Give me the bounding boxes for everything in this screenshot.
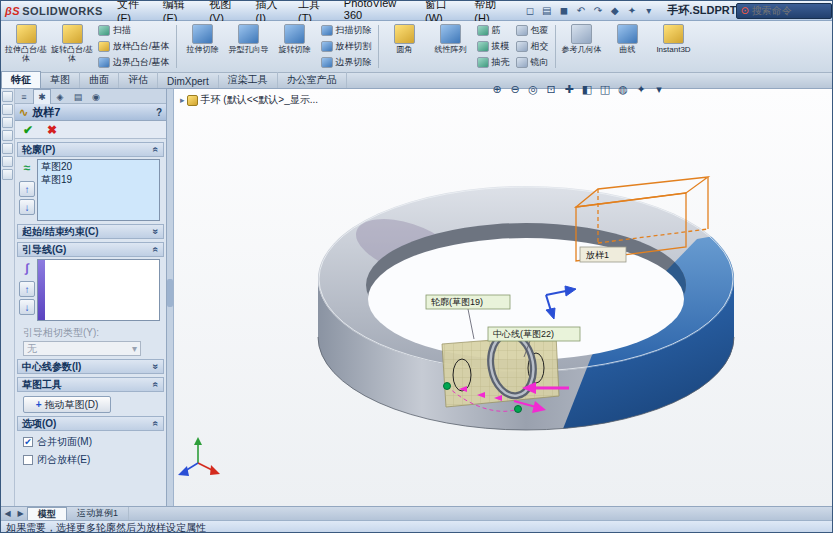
- profile-list-item[interactable]: 草图20: [38, 160, 159, 173]
- tab-render-tools[interactable]: 渲染工具: [219, 72, 278, 88]
- hide-show-items-icon[interactable]: ◫: [596, 81, 614, 97]
- view-settings-dropdown-icon[interactable]: ▾: [650, 81, 668, 97]
- endpoint-marker[interactable]: [444, 383, 451, 390]
- configurationmanager-tab-icon[interactable]: ◈: [51, 89, 69, 104]
- section-header-centerline[interactable]: 中心线参数(I) »: [17, 359, 164, 374]
- splitter-handle[interactable]: [167, 279, 173, 307]
- collapse-chevron-icon[interactable]: «: [151, 147, 162, 153]
- motion-study-tab[interactable]: 运动算例1: [67, 507, 129, 520]
- displaymanager-tab-icon[interactable]: ◉: [87, 89, 105, 104]
- scroll-tabs-left-icon[interactable]: ◀: [1, 509, 14, 518]
- merge-tangent-faces-checkbox[interactable]: ✔: [23, 437, 33, 447]
- flyout-tree-label[interactable]: 手环 (默认<<默认>_显示...: [201, 93, 319, 107]
- left-toolbar-icon-1[interactable]: [2, 91, 13, 102]
- section-view-icon[interactable]: ⊡: [542, 81, 560, 97]
- move-profile-up-button[interactable]: ↑: [19, 181, 35, 197]
- swept-cut-button[interactable]: 扫描切除: [318, 23, 375, 39]
- dimxpertmanager-tab-icon[interactable]: ▤: [69, 89, 87, 104]
- view-orientation-icon[interactable]: ✚: [560, 81, 578, 97]
- section-header-options[interactable]: 选项(O) «: [17, 416, 164, 431]
- help-icon[interactable]: ?: [156, 107, 162, 118]
- zoom-area-icon[interactable]: ⊖: [506, 81, 524, 97]
- tab-dimxpert[interactable]: DimXpert: [158, 75, 219, 88]
- section-header-profiles[interactable]: 轮廓(P) «: [17, 142, 164, 157]
- featuremanager-tab-icon[interactable]: ≡: [15, 89, 33, 104]
- collapse-chevron-icon[interactable]: «: [151, 382, 162, 388]
- edit-appearance-icon[interactable]: ◍: [614, 81, 632, 97]
- open-icon[interactable]: ▤: [538, 3, 555, 18]
- intersect-button[interactable]: 相交: [513, 39, 552, 55]
- model-tab[interactable]: 模型: [27, 507, 67, 520]
- tab-evaluate[interactable]: 评估: [119, 72, 158, 88]
- flyout-expand-icon[interactable]: ▸: [180, 95, 185, 105]
- endpoint-marker[interactable]: [515, 406, 522, 413]
- toolbar-dropdown-icon[interactable]: ▾: [640, 3, 657, 18]
- section-header-sketch-tools[interactable]: 草图工具 «: [17, 377, 164, 392]
- left-toolbar-icon-3[interactable]: [2, 117, 13, 128]
- new-document-icon[interactable]: ◻: [521, 3, 538, 18]
- section-header-constraints[interactable]: 起始/结束约束(C) »: [17, 224, 164, 239]
- rebuild-icon[interactable]: ◆: [606, 3, 623, 18]
- swept-boss-button[interactable]: 扫描: [95, 23, 173, 39]
- profile-list-item[interactable]: 草图19: [38, 173, 159, 186]
- boundary-boss-button[interactable]: 边界凸台/基体: [95, 55, 173, 71]
- collapse-chevron-icon[interactable]: «: [151, 421, 162, 427]
- extruded-cut-button[interactable]: 拉伸切除: [180, 22, 226, 71]
- reference-geometry-button[interactable]: 参考几何体: [559, 22, 605, 71]
- guide-tangency-dropdown[interactable]: 无 ▾: [23, 341, 141, 356]
- save-icon[interactable]: ◼: [555, 3, 572, 18]
- left-toolbar-icon-4[interactable]: [2, 130, 13, 141]
- instant3d-button[interactable]: Instant3D: [651, 22, 697, 71]
- draft-button[interactable]: 拔模: [474, 39, 513, 55]
- fillet-button[interactable]: 圆角: [382, 22, 428, 71]
- lofted-cut-button[interactable]: 放样切割: [318, 39, 375, 55]
- extruded-boss-button[interactable]: 拉伸凸台/基体: [3, 22, 49, 71]
- collapse-chevron-icon[interactable]: «: [151, 247, 162, 253]
- propertymanager-tab-icon[interactable]: ✱: [33, 89, 51, 104]
- 3d-model-canvas[interactable]: 放样1: [174, 89, 833, 506]
- ok-button[interactable]: ✔: [23, 123, 33, 137]
- rib-button[interactable]: 筋: [474, 23, 513, 39]
- revolved-cut-button[interactable]: 旋转切除: [272, 22, 318, 71]
- close-loft-checkbox[interactable]: [23, 455, 33, 465]
- zoom-fit-icon[interactable]: ⊕: [488, 81, 506, 97]
- scroll-tabs-right-icon[interactable]: ▶: [14, 509, 27, 518]
- revolved-boss-button[interactable]: 旋转凸台/基体: [49, 22, 95, 71]
- mirror-button[interactable]: 镜向: [513, 55, 552, 71]
- previous-view-icon[interactable]: ◎: [524, 81, 542, 97]
- cancel-button[interactable]: ✖: [47, 123, 57, 137]
- left-toolbar-icon-7[interactable]: [2, 169, 13, 180]
- linear-pattern-button[interactable]: 线性阵列: [428, 22, 474, 71]
- left-toolbar-icon-6[interactable]: [2, 156, 13, 167]
- search-input[interactable]: [752, 5, 824, 16]
- move-profile-down-button[interactable]: ↓: [19, 199, 35, 215]
- profiles-selection-list[interactable]: 草图20 草图19: [37, 159, 160, 221]
- undo-icon[interactable]: ↶: [572, 3, 589, 18]
- curves-button[interactable]: 曲线: [605, 22, 651, 71]
- panel-splitter[interactable]: [167, 89, 174, 506]
- section-header-guides[interactable]: 引导线(G) «: [17, 242, 164, 257]
- redo-icon[interactable]: ↷: [589, 3, 606, 18]
- display-style-icon[interactable]: ◧: [578, 81, 596, 97]
- move-guide-down-button[interactable]: ↓: [19, 299, 35, 315]
- graphics-area[interactable]: 放样1: [174, 89, 833, 506]
- wrap-button[interactable]: 包覆: [513, 23, 552, 39]
- hole-wizard-button[interactable]: 异型孔向导: [226, 22, 272, 71]
- tab-surfaces[interactable]: 曲面: [80, 72, 119, 88]
- left-toolbar-icon-2[interactable]: [2, 104, 13, 115]
- tab-features[interactable]: 特征: [1, 71, 41, 88]
- move-guide-up-button[interactable]: ↑: [19, 281, 35, 297]
- expand-chevron-icon[interactable]: »: [151, 229, 162, 235]
- options-icon[interactable]: ✦: [623, 3, 640, 18]
- lofted-boss-button[interactable]: 放样凸台/基体: [95, 39, 173, 55]
- guides-selection-list[interactable]: [37, 259, 160, 321]
- tab-office-products[interactable]: 办公室产品: [278, 72, 347, 88]
- flyout-feature-tree[interactable]: ▸ 手环 (默认<<默认>_显示...: [180, 93, 318, 107]
- search-command-box[interactable]: ⊙: [736, 3, 832, 19]
- boundary-cut-button[interactable]: 边界切除: [318, 55, 375, 71]
- expand-chevron-icon[interactable]: »: [151, 364, 162, 370]
- apply-scene-icon[interactable]: ✦: [632, 81, 650, 97]
- left-toolbar-icon-5[interactable]: [2, 143, 13, 154]
- drag-sketch-button[interactable]: + 拖动草图(D): [23, 396, 111, 413]
- shell-button[interactable]: 抽壳: [474, 55, 513, 71]
